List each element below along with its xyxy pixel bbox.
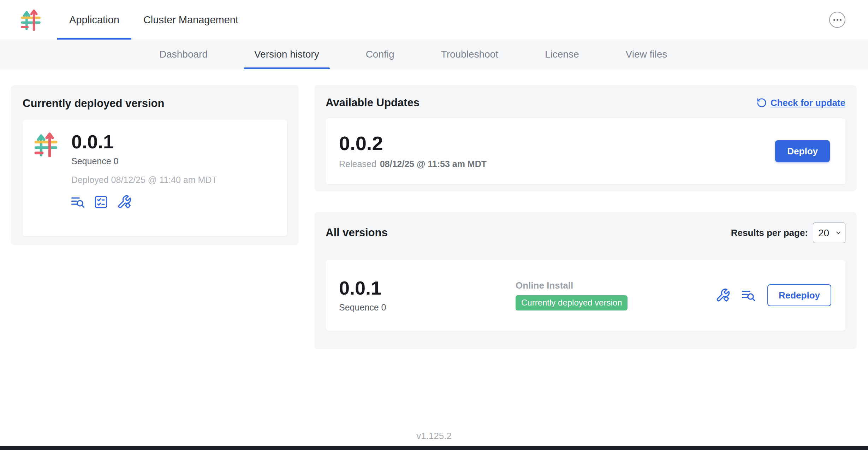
- available-updates-card: Available Updates Check for update 0.0.2…: [314, 85, 857, 191]
- subnav-tab-view-files[interactable]: View files: [615, 40, 678, 69]
- subnav-tab-config-label: Config: [366, 49, 394, 60]
- all-versions-header: All versions Results per page: 20: [326, 223, 845, 243]
- results-per-page-select-wrap: 20: [813, 223, 845, 243]
- update-released-line: Released 08/12/25 @ 11:53 am MDT: [339, 159, 487, 169]
- deployed-version-meta: 0.0.1 Sequence 0: [71, 132, 118, 166]
- subnav-tab-config[interactable]: Config: [355, 40, 405, 69]
- deployed-card-title: Currently deployed version: [23, 96, 287, 111]
- install-type-label: Online Install: [516, 280, 628, 291]
- preflight-checks-button[interactable]: [93, 194, 109, 211]
- overflow-menu-button[interactable]: [829, 12, 845, 28]
- app-logo-icon: [20, 9, 42, 31]
- checklist-icon: [94, 195, 108, 209]
- view-logs-button[interactable]: [69, 194, 86, 211]
- tab-application-label: Application: [69, 14, 119, 26]
- row-version-meta: 0.0.1 Sequence 0: [339, 278, 516, 313]
- edit-config-button[interactable]: [116, 194, 133, 211]
- deployed-version-panel: 0.0.1 Sequence 0 Deployed 08/12/25 @ 11:…: [23, 120, 287, 236]
- redeploy-button[interactable]: Redeploy: [767, 284, 831, 306]
- console-version-label: v1.125.2: [416, 431, 452, 441]
- right-column: Available Updates Check for update 0.0.2…: [314, 85, 857, 349]
- row-logs-button[interactable]: [740, 287, 757, 304]
- subnav-tab-troubleshoot[interactable]: Troubleshoot: [430, 40, 509, 69]
- row-install-info: Online Install Currently deployed versio…: [516, 280, 628, 310]
- released-label: Released: [339, 159, 376, 169]
- tab-application[interactable]: Application: [57, 0, 131, 40]
- deployed-timestamp: Deployed 08/12/25 @ 11:40 am MDT: [71, 175, 277, 185]
- available-updates-title: Available Updates: [326, 96, 420, 110]
- refresh-icon: [756, 97, 767, 108]
- check-for-update-link[interactable]: Check for update: [756, 97, 845, 108]
- subnav-tab-dashboard[interactable]: Dashboard: [149, 40, 218, 69]
- results-per-page-select[interactable]: 20: [813, 223, 845, 243]
- row-version-number: 0.0.1: [339, 278, 516, 298]
- deployed-version-header: 0.0.1 Sequence 0: [33, 132, 277, 166]
- config-wrench-icon: [117, 195, 132, 209]
- row-actions: Redeploy: [714, 284, 831, 306]
- tab-cluster-management-label: Cluster Management: [143, 14, 238, 26]
- deploy-button[interactable]: Deploy: [775, 140, 830, 162]
- config-wrench-icon: [715, 288, 730, 303]
- update-meta: 0.0.2 Released 08/12/25 @ 11:53 am MDT: [339, 133, 487, 169]
- all-versions-title: All versions: [326, 226, 388, 240]
- currently-deployed-card: Currently deployed version 0.0.1 Sequenc…: [11, 85, 299, 245]
- row-sequence: Sequence 0: [339, 302, 516, 313]
- deployed-actions: [69, 194, 277, 211]
- all-versions-card: All versions Results per page: 20 0.0.1 …: [314, 212, 857, 349]
- subnav-tab-license[interactable]: License: [534, 40, 590, 69]
- main-content: Currently deployed version 0.0.1 Sequenc…: [0, 69, 868, 349]
- deployed-sequence: Sequence 0: [71, 156, 118, 166]
- app-subnav: Dashboard Version history Config Trouble…: [0, 40, 868, 69]
- subnav-tab-view-files-label: View files: [625, 49, 667, 60]
- check-for-update-label: Check for update: [771, 97, 845, 108]
- logs-icon: [70, 195, 85, 209]
- tab-cluster-management[interactable]: Cluster Management: [131, 0, 250, 40]
- subnav-tab-troubleshoot-label: Troubleshoot: [441, 49, 498, 60]
- ellipsis-icon: [833, 19, 842, 21]
- version-row: 0.0.1 Sequence 0 Online Install Currentl…: [326, 260, 845, 331]
- results-per-page-label: Results per page:: [731, 227, 808, 238]
- top-header: Application Cluster Management: [0, 0, 868, 40]
- update-row: 0.0.2 Released 08/12/25 @ 11:53 am MDT D…: [326, 118, 845, 184]
- released-timestamp: 08/12/25 @ 11:53 am MDT: [380, 159, 487, 169]
- available-updates-header: Available Updates Check for update: [326, 96, 845, 110]
- footer: v1.125.2: [0, 431, 868, 442]
- update-version-number: 0.0.2: [339, 133, 487, 154]
- bottom-bar: [0, 446, 868, 450]
- logs-icon: [741, 288, 756, 303]
- row-config-button[interactable]: [714, 287, 731, 304]
- subnav-tab-version-history[interactable]: Version history: [244, 40, 330, 69]
- subnav-tab-version-history-label: Version history: [254, 49, 319, 60]
- deployed-version-number: 0.0.1: [71, 132, 118, 152]
- app-logo-icon: [33, 132, 59, 157]
- currently-deployed-badge: Currently deployed version: [516, 295, 628, 310]
- subnav-tab-license-label: License: [545, 49, 579, 60]
- results-per-page: Results per page: 20: [731, 223, 845, 243]
- header-nav: Application Cluster Management: [57, 0, 250, 40]
- subnav-tab-dashboard-label: Dashboard: [159, 49, 208, 60]
